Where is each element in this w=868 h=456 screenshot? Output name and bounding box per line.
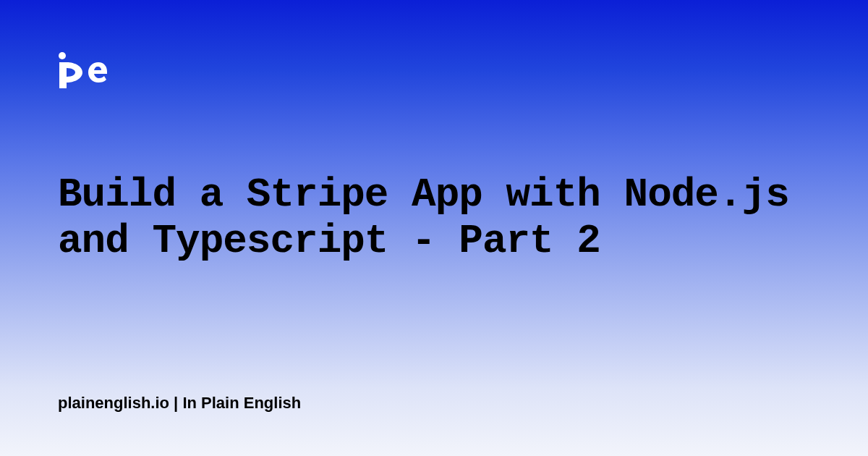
footer-text: plainenglish.io | In Plain English	[58, 394, 301, 413]
pe-logo-icon	[58, 51, 107, 88]
svg-point-0	[59, 52, 66, 59]
page-title: Build a Stripe App with Node.js and Type…	[58, 172, 810, 265]
